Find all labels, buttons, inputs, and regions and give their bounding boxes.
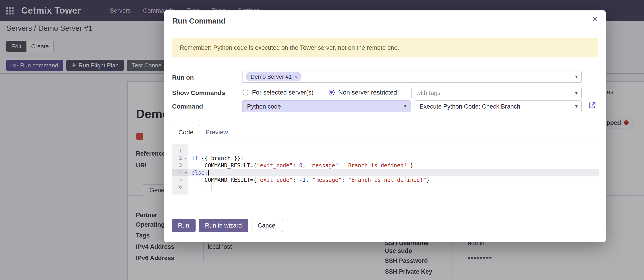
show-commands-options: For selected server(s) Non server restri… xyxy=(242,89,397,96)
editor-lines: if {{ branch }}: COMMAND_RESULT={"exit_c… xyxy=(188,144,599,195)
radio-for-selected-servers[interactable]: For selected server(s) xyxy=(242,89,314,96)
alert-text: Remember: Python code is executed on the… xyxy=(180,44,399,51)
run-button[interactable]: Run xyxy=(172,219,196,232)
indent-guide xyxy=(211,184,212,191)
code-line[interactable]: else: xyxy=(188,169,599,176)
gutter-line-number: 3 xyxy=(172,162,188,169)
run-on-field[interactable]: Demo Server #1 ✕ ▾ xyxy=(242,71,582,83)
server-tag-pill[interactable]: Demo Server #1 ✕ xyxy=(246,72,301,81)
server-tag-label: Demo Server #1 xyxy=(251,73,292,80)
tab-preview[interactable]: Preview xyxy=(199,125,235,139)
screen: Cetmix Tower Servers Commands Files Tool… xyxy=(0,0,644,280)
show-commands-label: Show Commands xyxy=(172,89,225,96)
radio-non-server-restricted[interactable]: Non server restricted xyxy=(329,89,397,96)
external-link-icon[interactable] xyxy=(588,101,596,109)
gutter-line-number: 5 xyxy=(172,176,188,184)
run-command-modal: Run Command × Remember: Python code is e… xyxy=(164,11,606,242)
run-in-wizard-button[interactable]: Run in wizard xyxy=(199,219,248,232)
command-type-select[interactable]: Python code ▾ xyxy=(242,100,410,112)
code-line[interactable]: COMMAND_RESULT={"exit_code": 0, "message… xyxy=(188,162,599,169)
command-label: Command xyxy=(172,103,203,110)
gutter-line-number: 4▾ xyxy=(172,169,188,176)
gutter-line-number: 6 xyxy=(172,184,188,191)
radio-circle-checked xyxy=(329,89,335,95)
alert-banner: Remember: Python code is executed on the… xyxy=(172,38,598,57)
tab-code[interactable]: Code xyxy=(172,125,200,139)
command-name-select[interactable]: Execute Python Code: Check Branch ▾ xyxy=(414,100,582,112)
tag-remove-icon[interactable]: ✕ xyxy=(294,74,298,79)
chevron-down-icon: ▾ xyxy=(404,103,406,109)
tabs-divider xyxy=(172,138,598,138)
radio-label-non-restricted: Non server restricted xyxy=(338,89,397,96)
code-line[interactable]: COMMAND_RESULT={"exit_code": -1, "messag… xyxy=(188,176,599,184)
cancel-button[interactable]: Cancel xyxy=(251,219,283,232)
fold-toggle-icon[interactable]: ▾ xyxy=(184,169,187,176)
command-name-value: Execute Python Code: Check Branch xyxy=(420,103,520,110)
run-on-label: Run on xyxy=(172,74,194,81)
code-editor[interactable]: 12▾34▾56 if {{ branch }}: COMMAND_RESULT… xyxy=(172,144,599,195)
chevron-down-icon: ▾ xyxy=(575,103,578,109)
text-cursor xyxy=(208,170,208,176)
gutter-line-number: 1 xyxy=(172,148,188,155)
code-line[interactable] xyxy=(188,148,599,155)
gutter-line-number: 2▾ xyxy=(172,155,188,162)
close-icon[interactable]: × xyxy=(592,15,598,24)
command-type-value: Python code xyxy=(247,103,281,110)
chevron-down-icon[interactable]: ▾ xyxy=(575,74,578,80)
modal-title: Run Command xyxy=(172,17,226,25)
with-tags-placeholder: with tags xyxy=(416,90,440,96)
fold-toggle-icon[interactable]: ▾ xyxy=(184,155,187,162)
indent-guide xyxy=(201,184,202,191)
with-tags-select[interactable]: with tags ▾ xyxy=(412,87,582,99)
code-line[interactable] xyxy=(188,184,599,191)
chevron-down-icon: ▾ xyxy=(575,90,578,96)
radio-label-selected-servers: For selected server(s) xyxy=(252,89,314,96)
radio-circle-unchecked xyxy=(242,89,248,95)
editor-gutter: 12▾34▾56 xyxy=(172,144,188,195)
modal-footer: Run Run in wizard Cancel xyxy=(172,219,283,232)
code-line[interactable]: if {{ branch }}: xyxy=(188,155,599,162)
